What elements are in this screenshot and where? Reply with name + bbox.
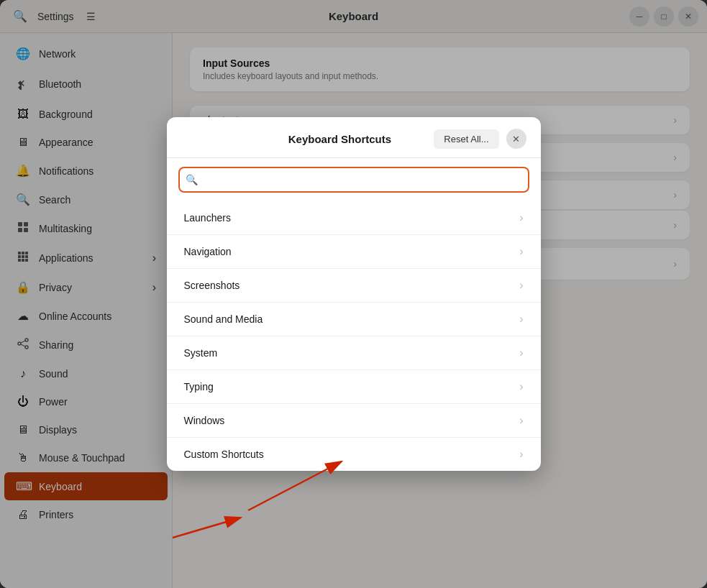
dialog-item-navigation[interactable]: Navigation › (167, 235, 541, 269)
dialog-item-typing[interactable]: Typing › (167, 370, 541, 404)
custom-shortcuts-arrow: › (519, 448, 523, 461)
dialog-item-windows[interactable]: Windows › (167, 404, 541, 438)
launchers-arrow: › (519, 211, 523, 224)
screenshots-arrow: › (519, 279, 523, 292)
system-arrow: › (519, 346, 523, 359)
navigation-arrow: › (519, 245, 523, 258)
keyboard-shortcuts-dialog: Keyboard Shortcuts Reset All... ✕ 🔍 Laun… (167, 117, 541, 471)
dialog-title: Keyboard Shortcuts (246, 133, 434, 145)
dialog-list: Launchers › Navigation › Screenshots › S… (167, 201, 541, 471)
dialog-item-screenshots[interactable]: Screenshots › (167, 269, 541, 303)
dialog-close-button[interactable]: ✕ (506, 129, 526, 149)
dialog-item-launchers[interactable]: Launchers › (167, 201, 541, 235)
dialog-search-input[interactable] (178, 167, 529, 193)
windows-arrow: › (519, 414, 523, 427)
dialog-overlay: Keyboard Shortcuts Reset All... ✕ 🔍 Laun… (0, 0, 707, 588)
reset-all-button[interactable]: Reset All... (434, 129, 498, 149)
typing-arrow: › (519, 380, 523, 393)
sound-media-arrow: › (519, 313, 523, 326)
dialog-search: 🔍 (167, 158, 541, 201)
dialog-item-sound-media[interactable]: Sound and Media › (167, 303, 541, 336)
dialog-search-icon: 🔍 (186, 174, 198, 185)
dialog-header: Keyboard Shortcuts Reset All... ✕ (167, 117, 541, 158)
dialog-item-system[interactable]: System › (167, 336, 541, 370)
main-window: 🔍 Settings ☰ Keyboard ─ □ ✕ 🌐 Network (0, 0, 707, 588)
dialog-item-custom-shortcuts[interactable]: Custom Shortcuts › (167, 438, 541, 471)
dialog-close-icon: ✕ (512, 134, 520, 144)
search-wrapper: 🔍 (178, 167, 529, 193)
